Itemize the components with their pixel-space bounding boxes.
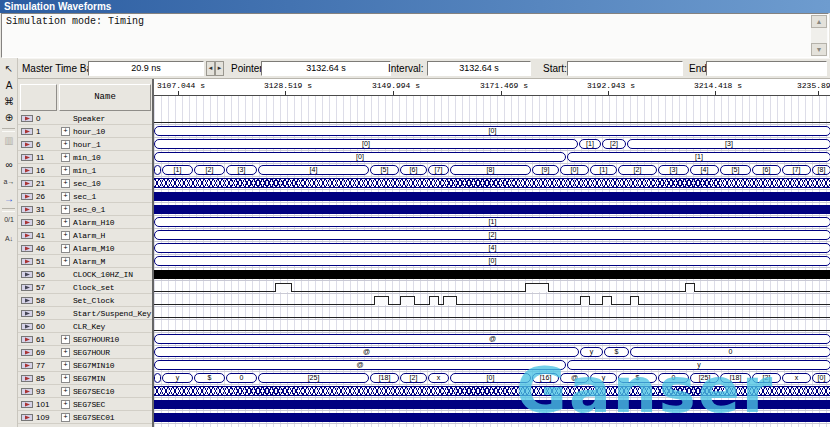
expand-toggle[interactable]: +	[61, 335, 70, 344]
signal-name-row[interactable]: +min_1	[58, 164, 152, 177]
text-tool-button[interactable]: A	[1, 78, 17, 94]
signal-name-row[interactable]: Clock_set	[58, 281, 152, 294]
scroll-down-button[interactable]: ▼	[811, 43, 827, 56]
waveform-row-set-clock[interactable]	[154, 294, 830, 307]
expand-toggle[interactable]: +	[61, 361, 70, 370]
goto-transition-button[interactable]: →	[1, 191, 17, 207]
zoom-tool-button[interactable]: ⊕	[1, 110, 17, 126]
signal-name-row[interactable]: +SEG7MIN	[58, 372, 152, 385]
waveform-editor-tool-button[interactable]: ⌘	[1, 94, 17, 110]
sort-button[interactable]: A↓	[1, 231, 17, 247]
expand-toggle[interactable]: +	[61, 231, 70, 240]
waveform-row-alarm-h10[interactable]: [1]	[154, 216, 830, 229]
signal-name-row[interactable]: +Alarm_M	[58, 255, 152, 268]
value-count-button[interactable]: 0/1	[1, 212, 17, 228]
waveform-row-seg7hour[interactable]: @y$0	[154, 346, 830, 359]
signal-name-row[interactable]: +SEG7HOUR10	[58, 333, 152, 346]
signal-name-row[interactable]: CLR_Key	[58, 320, 152, 333]
waveform-row-sec-0-1[interactable]	[154, 203, 830, 216]
expand-toggle[interactable]: +	[61, 244, 70, 253]
signal-number-cell[interactable]: 41	[18, 229, 58, 242]
expand-toggle[interactable]: +	[61, 257, 70, 266]
expand-toggle[interactable]: +	[61, 192, 70, 201]
signal-number-cell[interactable]: 60	[18, 320, 58, 333]
waveform-row-clock-set[interactable]	[154, 281, 830, 294]
signal-number-cell[interactable]: 11	[18, 151, 58, 164]
scroll-up-button[interactable]: ▲	[811, 15, 827, 28]
waveform-row-sec-1[interactable]	[154, 190, 830, 203]
signal-name-row[interactable]: +hour_10	[58, 125, 152, 138]
expand-toggle[interactable]: +	[61, 153, 70, 162]
waveform-row-hour-1[interactable]: [0][1][2][3]	[154, 138, 830, 151]
signal-number-cell[interactable]: 51	[18, 255, 58, 268]
signal-name-row[interactable]: +SEG7HOUR	[58, 346, 152, 359]
signal-name-row[interactable]: +Alarm_H10	[58, 216, 152, 229]
signal-number-cell[interactable]: 36	[18, 216, 58, 229]
signal-name-row[interactable]: +hour_1	[58, 138, 152, 151]
signal-number-cell[interactable]: 57	[18, 281, 58, 294]
signal-name-row[interactable]: +SEG7SEC01	[58, 411, 152, 424]
expand-toggle[interactable]: +	[61, 218, 70, 227]
expand-toggle[interactable]: +	[61, 127, 70, 136]
signal-name-row[interactable]: +sec_0_1	[58, 203, 152, 216]
waveform-row-clr-key[interactable]	[154, 320, 830, 333]
signal-number-cell[interactable]: 77	[18, 359, 58, 372]
signal-number-cell[interactable]: 109	[18, 411, 58, 424]
waveform-row-seg7min10[interactable]: @y	[154, 359, 830, 372]
signal-number-cell[interactable]: 46	[18, 242, 58, 255]
expand-toggle[interactable]: +	[61, 179, 70, 188]
signal-number-cell[interactable]: 1	[18, 125, 58, 138]
waveform-row-seg7sec[interactable]	[154, 398, 830, 411]
signal-name-row[interactable]: +sec_10	[58, 177, 152, 190]
waveform-row-clock-10hz-in[interactable]	[154, 268, 830, 281]
waveform-row-alarm-m[interactable]: [0]	[154, 255, 830, 268]
signal-number-cell[interactable]: 93	[18, 385, 58, 398]
expand-toggle[interactable]: +	[61, 387, 70, 396]
signal-number-cell[interactable]: 59	[18, 307, 58, 320]
master-time-bar-value[interactable]: 20.9 ns	[88, 61, 204, 76]
signal-name-row[interactable]: CLOCK_10HZ_IN	[58, 268, 152, 281]
spin-left-button[interactable]: ◄	[206, 61, 215, 76]
waveform-row-seg7min[interactable]: y$0[25][18][2]x[0][16]@y$0[25][18][2]x[0…	[154, 372, 830, 385]
signal-number-cell[interactable]: 21	[18, 177, 58, 190]
signal-name-row[interactable]: +SEG7SEC10	[58, 385, 152, 398]
find-button[interactable]: ∞	[1, 157, 17, 173]
signal-number-cell[interactable]: 16	[18, 164, 58, 177]
expand-toggle[interactable]: +	[61, 400, 70, 409]
signal-number-cell[interactable]: 26	[18, 190, 58, 203]
signal-number-cell[interactable]: 101	[18, 398, 58, 411]
signal-number-cell[interactable]: 85	[18, 372, 58, 385]
signal-name-row[interactable]: +min_10	[58, 151, 152, 164]
expand-toggle[interactable]: +	[61, 205, 70, 214]
signal-name-row[interactable]: +Alarm_M10	[58, 242, 152, 255]
signal-number-cell[interactable]: 0	[18, 112, 58, 125]
expand-toggle[interactable]: +	[61, 413, 70, 422]
paste-button[interactable]: ▥	[1, 133, 17, 149]
signal-number-cell[interactable]: 61	[18, 333, 58, 346]
selection-tool-button[interactable]: ↖	[1, 61, 17, 77]
waveform-row-seg7hour10[interactable]: @	[154, 333, 830, 346]
waveform-row-alarm-m10[interactable]: [4]	[154, 242, 830, 255]
signal-number-cell[interactable]: 31	[18, 203, 58, 216]
signal-name-row[interactable]: Set_Clock	[58, 294, 152, 307]
replace-button[interactable]: a→	[1, 174, 17, 190]
signal-name-row[interactable]: +SEG7SEC	[58, 398, 152, 411]
expand-toggle[interactable]: +	[61, 348, 70, 357]
signal-number-cell[interactable]: 58	[18, 294, 58, 307]
signal-name-row[interactable]: +Alarm_H	[58, 229, 152, 242]
signal-name-row[interactable]: +SEG7MIN10	[58, 359, 152, 372]
signal-name-row[interactable]: +sec_1	[58, 190, 152, 203]
message-scrollbar[interactable]: ▲ ▼	[811, 15, 827, 56]
signal-number-cell[interactable]: 6	[18, 138, 58, 151]
waveform-row-start-suspend-key[interactable]	[154, 307, 830, 320]
waveform-row-min-1[interactable]: [1][2][3][4][5][6][7][8][9][0][1][2][3][…	[154, 164, 830, 177]
waveform-panel[interactable]: 3107.044 s3128.519 s3149.994 s3171.469 s…	[152, 79, 830, 427]
spin-right-button[interactable]: ►	[215, 61, 224, 76]
expand-toggle[interactable]: +	[61, 166, 70, 175]
waveform-row-seg7sec01[interactable]	[154, 411, 830, 424]
signal-number-cell[interactable]: 56	[18, 268, 58, 281]
waveform-row-hour-10[interactable]: [0]	[154, 125, 830, 138]
waveform-row-speaker[interactable]	[154, 112, 830, 125]
signal-number-cell[interactable]: 69	[18, 346, 58, 359]
expand-toggle[interactable]: +	[61, 140, 70, 149]
